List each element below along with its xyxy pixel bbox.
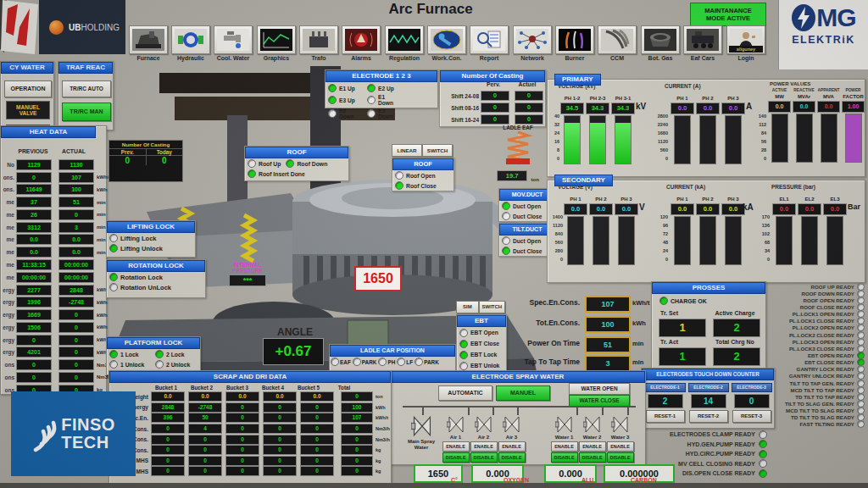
- roof-label: Roof Up: [259, 161, 281, 167]
- lock-led: [109, 234, 118, 242]
- trrc-man-button[interactable]: TR/RC MAN: [62, 103, 111, 121]
- electrode-name-button: ELECTRODE-3: [732, 383, 772, 392]
- heat-data-row: me 37 51 min: [1, 196, 106, 208]
- metric-unit: min: [632, 340, 643, 347]
- ebt-switch-button[interactable]: SWITCH: [479, 301, 505, 313]
- disable-button[interactable]: DISABLE: [470, 452, 498, 463]
- heat-actual-value: 00:00:00: [58, 272, 94, 283]
- heat-prev-value: 4201: [16, 347, 52, 358]
- scrap-cell: -2748: [188, 402, 222, 413]
- toolbar-item-bot-gas[interactable]: Bot. Gas: [639, 25, 682, 61]
- manuel-button[interactable]: MANUEL: [496, 385, 550, 401]
- tick-label: 560: [555, 240, 563, 245]
- corner-logo: [0, 0, 39, 56]
- toolbar-item-cool-water[interactable]: Cool. Water: [212, 25, 254, 61]
- ebt-header: EBT: [457, 315, 506, 327]
- gauge-bar: [796, 114, 813, 163]
- duct-led: [502, 202, 510, 210]
- casting-header: Number Of Casting: [440, 70, 545, 82]
- electrode-123-panel: ELECTRODE 1 2 3 E1 UpE2 UpE3 UpE1 DownE2…: [325, 69, 438, 108]
- primary-voltage-bars: PH 1-2 34.5 PH 2-3 34.3 PH 3-1 34.3: [561, 90, 634, 164]
- main-spray-line1: Main Spray: [408, 439, 435, 444]
- toolbar-item-alarms[interactable]: Alarms: [340, 25, 382, 61]
- maintenance-line2: MODE ACTIVE: [706, 14, 750, 22]
- operation-button[interactable]: OPERATION: [4, 80, 52, 97]
- switch-button[interactable]: SWITCH: [422, 144, 453, 157]
- scrap-cell: 0: [188, 445, 222, 455]
- heat-actual-value: 100: [58, 184, 94, 195]
- toolbar-label: Network: [511, 55, 554, 61]
- casting-col2: Actuel: [511, 81, 543, 87]
- enable-button[interactable]: ENABLE: [579, 441, 606, 452]
- heat-prev-value: 37: [16, 197, 52, 208]
- toolbar-item-ccm[interactable]: CCM: [596, 25, 638, 61]
- enable-button[interactable]: ENABLE: [470, 441, 498, 452]
- valve-block: Water 2 ENABLE DISABLE: [580, 415, 604, 463]
- ladle-eaf-widget: LADLE EAF 19.7 ton: [492, 125, 544, 185]
- status-row: GANTRY UNLOCK READY: [770, 373, 865, 380]
- manuel-valve-line1: MANUEL: [7, 104, 49, 110]
- status-label: HYD.GEN.PUMP READY: [687, 441, 755, 447]
- manuel-valve-button[interactable]: MANUEL VALVE: [6, 101, 50, 119]
- electrode-indicator: E2 Up: [364, 83, 403, 93]
- ladle-car-label: PARK: [362, 359, 377, 365]
- toolbar-item-network[interactable]: Network: [511, 25, 554, 61]
- status-label: MCD TILT TO TAP READY: [790, 387, 854, 393]
- tick-label: 136: [762, 223, 770, 228]
- shift-actual-value: 0: [515, 103, 543, 113]
- toolbar-item-work-con[interactable]: Work.Con.: [426, 25, 468, 61]
- gauge-bar: [725, 216, 742, 265]
- toolbar-item-trafo[interactable]: Trafo: [298, 25, 340, 61]
- enable-button[interactable]: ENABLE: [442, 441, 470, 452]
- heat-data-row: ons. 11649 100 kWh: [1, 184, 106, 197]
- enable-button[interactable]: ENABLE: [498, 441, 526, 452]
- toolbar-item-burner[interactable]: Burner: [554, 25, 596, 61]
- toolbar-item-login[interactable]: aliguneyLogin: [725, 25, 767, 61]
- scrap-cell: 0: [263, 413, 297, 423]
- valve-block: Water 3 ENABLE DISABLE: [608, 415, 632, 463]
- trrc-auto-button[interactable]: TR/RC AUTO: [62, 80, 111, 97]
- toolbar-item-hydraulic[interactable]: Hydraulic: [170, 25, 212, 61]
- tick-label: 16: [554, 139, 559, 144]
- linear-button[interactable]: LINEAR: [392, 144, 422, 157]
- valve-icon: [475, 415, 493, 434]
- automatic-button[interactable]: AUTOMATIC: [438, 385, 492, 401]
- toolbar-label: CCM: [596, 55, 638, 61]
- ebt-label: EBT Open: [470, 330, 498, 336]
- toolbar-item-graphics[interactable]: Graphics: [255, 25, 298, 61]
- enable-button[interactable]: ENABLE: [607, 441, 634, 452]
- lock-led: [109, 360, 118, 369]
- disable-button[interactable]: DISABLE: [551, 452, 578, 463]
- active-charge-label: Active Charge: [709, 310, 760, 316]
- disable-button[interactable]: DISABLE: [442, 452, 470, 463]
- reset-button[interactable]: RESET-2: [689, 410, 728, 423]
- toolbar-item-furnace[interactable]: Furnace: [127, 25, 170, 61]
- toolbar-item-regulation[interactable]: Regulation: [383, 25, 426, 61]
- water-valves: Water 1 ENABLE DISABLE Water 2 ENABLE DI…: [552, 415, 632, 463]
- spray-water-header: ELECTRODE SPRAY WATER: [391, 371, 645, 383]
- reset-button[interactable]: RESET-1: [646, 410, 685, 423]
- hydraulic-icon: [171, 25, 210, 54]
- toolbar-label: Work.Con.: [426, 55, 468, 61]
- scrap-unit: ton: [376, 394, 383, 399]
- toolbar-item-eaf-cars[interactable]: Eaf Cars: [682, 25, 724, 61]
- water-open-button[interactable]: WATER OPEN: [569, 383, 630, 395]
- gauge-phase-label: PH 3: [727, 95, 738, 102]
- lock-label: Rotation Lock: [120, 274, 163, 281]
- roof-side-indicator: Roof Open: [392, 170, 453, 180]
- touch-count-value: 14: [691, 394, 726, 408]
- heat-prev-value: 0.0: [16, 234, 52, 245]
- disable-button[interactable]: DISABLE: [607, 452, 634, 463]
- sim-button[interactable]: SIM: [456, 301, 479, 313]
- scrap-row: Weight 0.0 0.0 0.0 0.0 0.0 0 ton: [109, 391, 391, 402]
- ladle-car-label: PARK: [424, 359, 439, 365]
- tr-set-value: 1: [659, 319, 706, 337]
- maintenance-mode-badge[interactable]: MAINTANANCE MODE ACTIVE: [690, 3, 766, 26]
- toolbar-item-report[interactable]: Report: [468, 25, 510, 61]
- gauge-value: 34.3: [611, 103, 635, 114]
- scrap-cell: 0: [151, 466, 185, 476]
- reset-button[interactable]: RESET-3: [732, 410, 771, 423]
- enable-button[interactable]: ENABLE: [551, 441, 578, 452]
- disable-button[interactable]: DISABLE: [498, 452, 526, 463]
- disable-button[interactable]: DISABLE: [579, 452, 606, 463]
